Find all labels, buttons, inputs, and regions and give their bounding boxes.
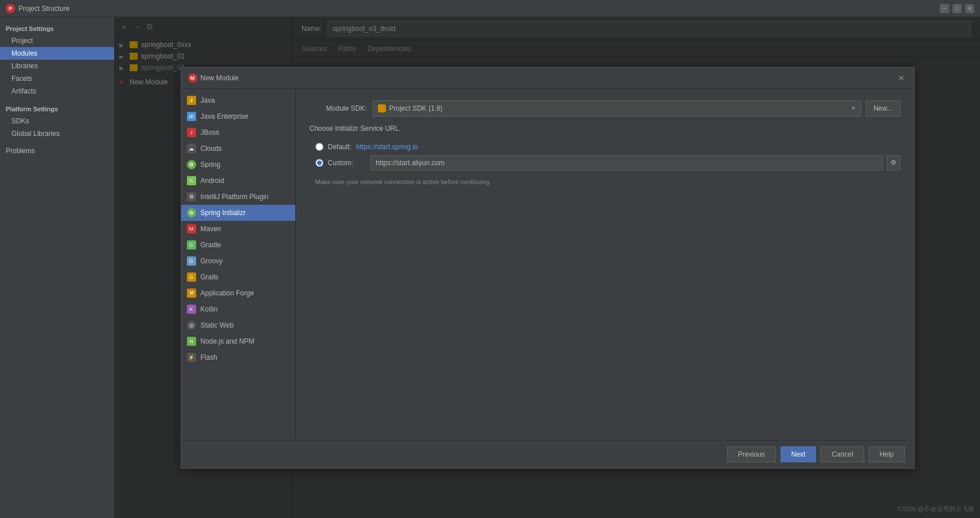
module-type-android-label: Android [201,177,224,185]
application-forge-icon: ⚒ [187,289,196,298]
dialog-header-left: M New Module [188,73,239,83]
module-sdk-label: Module SDK: [310,104,367,112]
title-bar-controls: ─ □ ✕ [940,4,974,13]
sidebar-divider [0,98,114,102]
radio-group: Default: https://start.spring.io Custom:… [310,143,900,170]
grails-icon: G [187,272,196,282]
cancel-button[interactable]: Cancel [821,446,864,462]
module-type-flash[interactable]: ⚡ Flash [181,349,295,365]
sdk-icon [378,104,386,112]
next-button[interactable]: Next [780,446,817,462]
module-type-grails[interactable]: G Grails [181,269,295,285]
android-icon: A [187,176,196,185]
intellij-plugin-icon: ⚙ [187,192,196,201]
module-type-grails-label: Grails [201,273,218,281]
module-type-java-enterprise[interactable]: JE Java Enterprise [181,108,295,124]
nodejs-icon: N [187,337,196,346]
dialog-footer: Previous Next Cancel Help [181,440,914,468]
kotlin-icon: K [187,305,196,314]
sdk-select-wrapper: Project SDK (1.8) ▼ New... [373,100,900,116]
default-url-link[interactable]: https://start.spring.io [356,143,418,151]
static-web-icon: ◎ [187,321,196,330]
module-type-java-label: Java [201,96,215,104]
module-type-gradle[interactable]: G Gradle [181,237,295,253]
module-type-intellij-plugin[interactable]: ⚙ IntelliJ Platform Plugin [181,189,295,205]
module-type-spring[interactable]: ✿ Spring [181,157,295,173]
sidebar-item-sdks[interactable]: SDKs [0,115,114,127]
module-type-clouds[interactable]: ☁ Clouds [181,141,295,157]
sidebar-item-global-libraries[interactable]: Global Libraries [0,127,114,140]
custom-url-wrapper: ⚙ [370,155,900,170]
sidebar-item-libraries[interactable]: Libraries [0,60,114,72]
help-button[interactable]: Help [869,446,905,462]
module-sdk-row: Module SDK: Project SDK (1.8) ▼ New... [310,100,900,116]
sidebar-item-project[interactable]: Project [0,34,114,47]
module-type-java[interactable]: J Java [181,92,295,108]
dialog-right-panel: Module SDK: Project SDK (1.8) ▼ New... [296,89,914,440]
minimize-button[interactable]: ─ [940,4,949,13]
module-type-android[interactable]: A Android [181,173,295,189]
module-type-spring-initializr-label: Spring Initializr [201,209,246,217]
app-icon: P [6,4,15,13]
module-type-spring-initializr[interactable]: ✿ Spring Initializr [181,205,295,221]
module-type-nodejs-label: Node.js and NPM [201,337,255,345]
module-type-flash-label: Flash [201,353,217,361]
sdk-value: Project SDK (1.8) [389,104,443,112]
previous-button[interactable]: Previous [727,446,776,462]
module-type-nodejs[interactable]: N Node.js and NPM [181,333,295,349]
module-type-jboss[interactable]: J JBoss [181,124,295,141]
new-sdk-button[interactable]: New... [866,100,900,116]
module-type-java-enterprise-label: Java Enterprise [201,112,248,120]
hint-text: Make sure your network connection is act… [310,178,900,185]
flash-icon: ⚡ [187,353,196,362]
custom-url-input[interactable] [370,155,883,170]
jboss-icon: J [187,128,196,137]
custom-url-settings-button[interactable]: ⚙ [887,155,900,170]
module-type-gradle-label: Gradle [201,241,221,249]
close-button[interactable]: ✕ [965,4,974,13]
sdk-dropdown-inner: Project SDK (1.8) [378,104,443,112]
sidebar-divider-2 [0,140,114,145]
title-bar: P Project Structure ─ □ ✕ [0,0,980,17]
maximize-button[interactable]: □ [952,4,962,13]
module-type-groovy[interactable]: G Groovy [181,253,295,269]
dialog-icon: M [188,73,197,83]
spring-icon: ✿ [187,160,196,169]
groovy-icon: G [187,256,196,266]
module-type-application-forge-label: Application Forge [201,289,254,297]
module-type-clouds-label: Clouds [201,145,222,153]
java-icon: J [187,96,196,105]
dialog-close-button[interactable]: ✕ [896,72,907,84]
default-radio-label: Default: [328,143,352,151]
gradle-icon: G [187,240,196,250]
module-type-maven-label: Maven [201,225,221,233]
title-bar-title: Project Structure [18,5,69,13]
module-type-static-web[interactable]: ◎ Static Web [181,317,295,333]
module-type-jboss-label: JBoss [201,128,220,137]
module-type-maven[interactable]: M Maven [181,221,295,237]
module-type-application-forge[interactable]: ⚒ Application Forge [181,285,295,301]
default-radio[interactable] [315,143,323,151]
custom-radio[interactable] [315,159,323,167]
sidebar-item-facets[interactable]: Facets [0,72,114,85]
choose-url-label: Choose Initializr Service URL. [310,124,900,133]
clouds-icon: ☁ [187,144,196,153]
module-type-kotlin[interactable]: K Kotlin [181,301,295,317]
chevron-down-icon: ▼ [850,105,856,111]
maven-icon: M [187,224,196,233]
sidebar-item-problems[interactable]: Problems [0,145,114,157]
custom-radio-label: Custom: [328,159,354,167]
module-type-kotlin-label: Kotlin [201,305,218,313]
content-area: + − ⧉ ▶ springboot_0xxx ▶ springboot_01 [115,17,980,518]
project-settings-heading: Project Settings [0,22,114,34]
dialog-body: J Java JE Java Enterprise J JBoss ☁ [181,89,914,440]
module-type-groovy-label: Groovy [201,257,223,265]
java-enterprise-icon: JE [187,112,196,121]
dialog-header: M New Module ✕ [181,68,914,89]
sidebar-item-modules[interactable]: Modules [0,47,114,60]
sdk-dropdown[interactable]: Project SDK (1.8) ▼ [373,100,862,116]
spring-initializr-icon: ✿ [187,208,196,217]
sidebar-item-artifacts[interactable]: Artifacts [0,85,114,98]
new-module-dialog: M New Module ✕ J Java JE [181,67,915,469]
main-layout: Project Settings Project Modules Librari… [0,17,980,518]
